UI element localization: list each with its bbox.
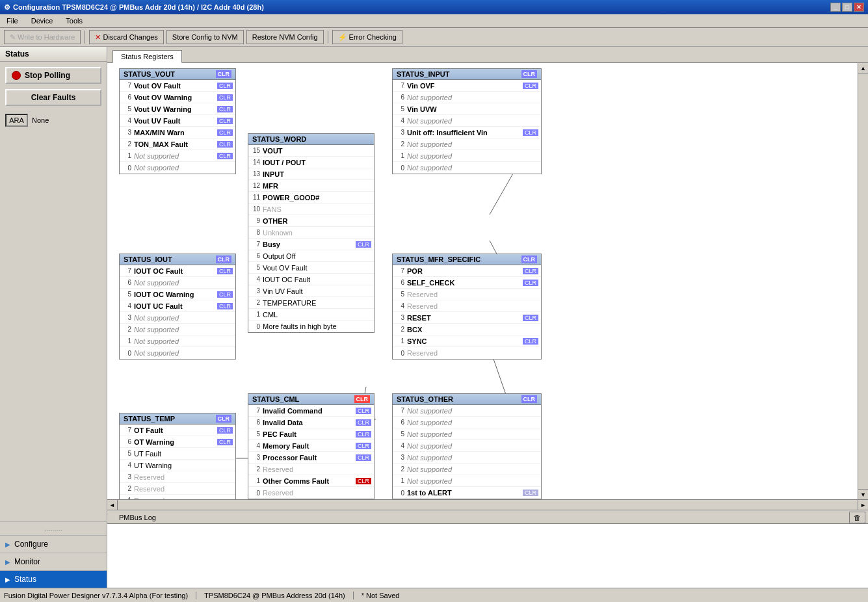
sync-clr-button[interactable]: CLR: [523, 338, 538, 345]
ot-warning-clr-button[interactable]: CLR: [217, 439, 233, 445]
vout-uv-fault-clr-button[interactable]: CLR: [217, 118, 233, 124]
error-checking-button[interactable]: ⚡ Error Checking: [332, 30, 402, 44]
table-row: 1Not supportedCLR: [120, 150, 235, 162]
pmbus-log-tab[interactable]: PMBus Log: [112, 512, 163, 523]
table-row: 5Not supported: [393, 428, 541, 440]
table-row: 5Vout OV Fault: [248, 262, 374, 274]
status-temp-clr-badge[interactable]: CLR: [216, 415, 232, 423]
invalid-data-clr-button[interactable]: CLR: [356, 419, 371, 426]
memory-fault-clr-button[interactable]: CLR: [356, 443, 371, 449]
status-other-header: STATUS_OTHER CLR: [393, 394, 541, 405]
processor-fault-clr-button[interactable]: CLR: [356, 454, 371, 461]
table-row: 4Not supported: [393, 440, 541, 452]
sidebar-nav: ▶ Configure ▶ Monitor ▶ Status: [0, 535, 107, 588]
status-vout-clr-badge[interactable]: CLR: [216, 70, 232, 78]
write-to-hardware-button[interactable]: ✎ Write to Hardware: [4, 30, 81, 44]
vin-ovf-clr-button[interactable]: CLR: [523, 83, 538, 89]
sidebar-item-monitor[interactable]: ▶ Monitor: [0, 553, 107, 570]
ton-max-clr-button[interactable]: CLR: [217, 141, 233, 148]
table-row: 1Other Comms FaultCLR: [248, 475, 374, 487]
status-registers-tab[interactable]: Status Registers: [112, 50, 182, 63]
ot-fault-clr-button[interactable]: CLR: [217, 427, 233, 434]
clear-log-button[interactable]: 🗑: [849, 512, 865, 523]
self-check-clr-button[interactable]: CLR: [523, 280, 538, 286]
table-row: 1Not supported: [393, 475, 541, 487]
discard-changes-button[interactable]: ✕ Discard Changes: [89, 30, 163, 44]
invalid-command-clr-button[interactable]: CLR: [356, 408, 371, 414]
status-mfr-clr-badge[interactable]: CLR: [521, 255, 538, 263]
first-alert-clr-button[interactable]: CLR: [523, 490, 538, 496]
status-iout-header: STATUS_IOUT CLR: [120, 254, 235, 265]
table-row: 6Output Off: [248, 250, 374, 262]
table-row: 4Not supported: [393, 115, 541, 127]
window-controls: _ □ ✕: [830, 3, 864, 12]
table-row: 3Vin UV Fault: [248, 285, 374, 297]
minimize-button[interactable]: _: [830, 3, 841, 12]
status-mfr-box: STATUS_MFR_SPECIFIC CLR 7PORCLR 6SELF_CH…: [392, 254, 542, 360]
vertical-scrollbar[interactable]: ▲ ▼: [858, 63, 868, 499]
table-row: 0Not supported: [120, 347, 235, 359]
table-row: 14IOUT / POUT: [248, 157, 374, 168]
table-row: 7OT FaultCLR: [120, 425, 235, 436]
store-config-button[interactable]: Store Config to NVM: [166, 30, 244, 44]
por-clr-button[interactable]: CLR: [523, 268, 538, 274]
status-other-clr-badge[interactable]: CLR: [521, 395, 538, 403]
vout-uv-warning-clr-button[interactable]: CLR: [217, 106, 233, 112]
scroll-right-button[interactable]: ►: [858, 500, 868, 510]
pec-fault-clr-button[interactable]: CLR: [356, 431, 371, 438]
table-row: 6Not supported: [393, 92, 541, 103]
status-arrow-icon: ▶: [5, 576, 10, 583]
table-row: 10FANS: [248, 203, 374, 215]
restore-nvm-button[interactable]: Restore NVM Config: [246, 30, 324, 44]
iout-uc-fault-clr-button[interactable]: CLR: [217, 303, 233, 309]
unit-off-clr-button[interactable]: CLR: [523, 129, 538, 136]
status-word-header: STATUS_WORD: [248, 134, 374, 145]
table-row: 4Vout UV FaultCLR: [120, 115, 235, 127]
stop-polling-button[interactable]: Stop Polling: [5, 67, 101, 84]
status-iout-clr-badge[interactable]: CLR: [216, 255, 232, 263]
horizontal-scrollbar[interactable]: ◄ ►: [107, 499, 868, 510]
maximize-button[interactable]: □: [842, 3, 852, 12]
write-icon: ✎: [10, 33, 16, 42]
table-row: 4Memory FaultCLR: [248, 440, 374, 452]
other-comms-fault-clr-button[interactable]: CLR: [356, 478, 371, 484]
vout-ov-warning-clr-button[interactable]: CLR: [217, 94, 233, 101]
status-input-box: STATUS_INPUT CLR 7Vin OVFCLR 6Not suppor…: [392, 68, 542, 174]
table-row: 0Reserved: [393, 347, 541, 359]
iout-oc-fault-clr-button[interactable]: CLR: [217, 268, 233, 274]
scroll-down-button[interactable]: ▼: [858, 489, 868, 499]
status-input-clr-badge[interactable]: CLR: [521, 70, 538, 78]
busy-clr-button[interactable]: CLR: [356, 241, 371, 248]
reset-clr-button[interactable]: CLR: [523, 315, 538, 321]
status-input-header: STATUS_INPUT CLR: [393, 69, 541, 80]
sidebar-item-status[interactable]: ▶ Status: [0, 570, 107, 588]
tools-menu[interactable]: Tools: [62, 16, 86, 26]
device-menu[interactable]: Device: [27, 16, 57, 26]
scroll-up-button[interactable]: ▲: [858, 63, 868, 73]
scroll-left-button[interactable]: ◄: [107, 500, 118, 510]
table-row: 6OT WarningCLR: [120, 436, 235, 448]
nav-dots: .........: [0, 521, 107, 535]
table-row: 5Vout UV WarningCLR: [120, 103, 235, 115]
configure-arrow-icon: ▶: [5, 541, 10, 548]
sidebar-item-configure[interactable]: ▶ Configure: [0, 535, 107, 553]
content-area: Status Registers: [107, 47, 868, 588]
main-container: Status Stop Polling Clear Faults ARA Non…: [0, 47, 868, 588]
table-row: 2Reserved: [120, 483, 235, 495]
table-row: 01st to ALERTCLR: [393, 487, 541, 499]
ara-box[interactable]: ARA: [5, 114, 28, 127]
max-min-warn-clr-button[interactable]: CLR: [217, 129, 233, 136]
table-row: 15VOUT: [248, 145, 374, 157]
file-menu[interactable]: File: [3, 16, 22, 26]
clear-faults-button[interactable]: Clear Faults: [5, 89, 101, 106]
menu-bar: File Device Tools: [0, 14, 868, 28]
vout-bit1-clr-button[interactable]: CLR: [217, 153, 233, 159]
registers-scroll[interactable]: STATUS_VOUT CLR 7Vout OV FaultCLR 6Vout …: [107, 63, 858, 499]
window-title: Configuration TPSM8D6C24 @ PMBus Addr 20…: [13, 3, 264, 11]
status-cml-clr-badge[interactable]: CLR: [354, 395, 371, 403]
iout-oc-warning-clr-button[interactable]: CLR: [217, 291, 233, 298]
table-row: 5UT Fault: [120, 448, 235, 460]
vout-ov-fault-clr-button[interactable]: CLR: [217, 83, 233, 89]
table-row: 0Reserved: [248, 487, 374, 499]
close-button[interactable]: ✕: [854, 3, 864, 12]
